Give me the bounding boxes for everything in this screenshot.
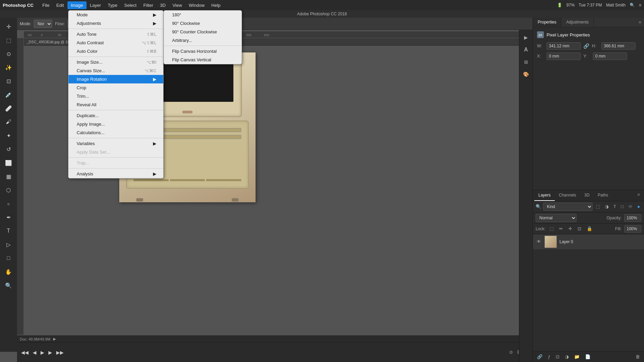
tab-layers[interactable]: Layers <box>534 190 555 201</box>
delete-layer-btn[interactable]: 🗑 <box>634 353 641 360</box>
menu-filter[interactable]: Filter <box>140 1 157 9</box>
menu-3d[interactable]: 3D <box>157 1 169 9</box>
tool-clone[interactable]: ✦ <box>2 129 15 142</box>
timeline-next-frame[interactable]: ▶▶ <box>56 350 64 355</box>
lock-paint-btn[interactable]: ✏ <box>558 225 564 232</box>
tool-crop[interactable]: ⊡ <box>2 75 15 87</box>
tool-healing[interactable]: 🩹 <box>2 102 15 114</box>
timeline-step-forward[interactable]: ▶ <box>48 350 52 355</box>
menu-view[interactable]: View <box>169 1 185 9</box>
tool-path-select[interactable]: ▷ <box>2 238 15 251</box>
tab-adjustments[interactable]: Adjustments <box>562 18 594 27</box>
tool-lasso[interactable]: ⊙ <box>2 48 15 60</box>
lock-transparent-btn[interactable]: ⬚ <box>548 225 555 232</box>
filter-smart-btn[interactable]: ♾ <box>627 203 634 210</box>
height-input[interactable] <box>601 42 635 50</box>
menu-item-image-size[interactable]: Image Size... ⌥⌘I <box>68 58 163 66</box>
opacity-input[interactable] <box>624 214 641 222</box>
menu-item-image-rotation[interactable]: Image Rotation ▶ <box>68 75 163 83</box>
x-input[interactable] <box>547 52 581 60</box>
tool-hand[interactable]: ✋ <box>2 266 15 278</box>
tool-eraser[interactable]: ⬜ <box>2 157 15 169</box>
menu-item-90cw[interactable]: 90° Clockwise <box>164 19 242 28</box>
menu-item-flip-v[interactable]: Flip Canvas Vertical <box>164 56 242 64</box>
mode-select[interactable]: Nor <box>34 20 52 28</box>
y-input[interactable] <box>593 52 627 60</box>
menu-item-variables[interactable]: Variables ▶ <box>68 139 163 148</box>
tool-history-brush[interactable]: ↺ <box>2 143 15 155</box>
search-icon[interactable]: 🔍 <box>630 3 635 7</box>
notification-icon[interactable]: ≡ <box>639 3 641 7</box>
menu-item-arbitrary[interactable]: Arbitrary... <box>164 36 242 45</box>
menu-item-auto-contrast[interactable]: Auto Contrast ⌥⇧⌘L <box>68 38 163 47</box>
panel-icon-table[interactable]: ⊞ <box>521 57 532 67</box>
tool-pen[interactable]: ✒ <box>2 211 15 223</box>
tool-brush[interactable]: 🖌 <box>2 116 15 128</box>
tool-eyedropper[interactable]: 💉 <box>2 89 15 101</box>
width-input[interactable] <box>547 42 581 50</box>
properties-menu-icon[interactable]: ≡ <box>636 18 644 27</box>
tool-dodge[interactable]: ⬦ <box>2 198 15 210</box>
lock-artboard-btn[interactable]: ⊡ <box>576 225 583 232</box>
menu-item-trim[interactable]: Trim... <box>68 92 163 100</box>
new-adjustment-btn[interactable]: ◑ <box>564 353 570 360</box>
timeline-step-back[interactable]: ◀ <box>33 350 36 355</box>
tab-3d[interactable]: 3D <box>580 190 594 201</box>
menu-edit[interactable]: Edit <box>53 1 67 9</box>
menu-window[interactable]: Window <box>185 1 208 9</box>
menu-item-flip-h[interactable]: Flip Canvas Horizontal <box>164 47 242 56</box>
menu-file[interactable]: File <box>39 1 53 9</box>
link-icon[interactable]: 🔗 <box>583 43 589 49</box>
blend-mode-select[interactable]: Normal <box>536 214 577 222</box>
add-effect-btn[interactable]: ƒ <box>547 353 552 360</box>
menu-item-adjustments[interactable]: Adjustments ▶ <box>68 19 163 28</box>
timeline-play[interactable]: ▶ <box>41 350 44 355</box>
tool-move[interactable]: ✛ <box>2 20 15 33</box>
filter-pixel-btn[interactable]: ⬚ <box>595 203 601 210</box>
menu-item-analysis[interactable]: Analysis ▶ <box>68 170 163 178</box>
add-mask-btn[interactable]: ⊡ <box>554 353 561 360</box>
fill-input[interactable] <box>624 225 641 233</box>
menu-item-calculations[interactable]: Calculations... <box>68 128 163 137</box>
menu-layer[interactable]: Layer <box>87 1 105 9</box>
filter-type-btn[interactable]: T <box>612 203 617 210</box>
tool-zoom[interactable]: 🔍 <box>2 279 15 292</box>
panel-icon-play[interactable]: ▶ <box>521 32 532 43</box>
menu-item-reveal-all[interactable]: Reveal All <box>68 100 163 109</box>
new-layer-btn[interactable]: 📄 <box>584 353 592 360</box>
filter-active-btn[interactable]: ● <box>636 203 641 210</box>
add-link-btn[interactable]: 🔗 <box>536 353 544 360</box>
menu-item-mode[interactable]: Mode ▶ <box>68 11 163 19</box>
layer-visibility-toggle[interactable]: 👁 <box>536 239 542 245</box>
panel-icon-text[interactable]: A <box>521 44 532 55</box>
menu-item-apply-image[interactable]: Apply Image... <box>68 120 163 128</box>
timeline-prev-frame[interactable]: ◀◀ <box>21 350 29 355</box>
menu-item-auto-tone[interactable]: Auto Tone ⇧⌘L <box>68 30 163 38</box>
tool-marquee[interactable]: ⬚ <box>2 34 15 46</box>
filter-shape-btn[interactable]: □ <box>619 203 625 210</box>
tool-gradient[interactable]: ▦ <box>2 170 15 183</box>
lock-all-btn[interactable]: 🔒 <box>585 225 594 232</box>
tab-channels[interactable]: Channels <box>555 190 580 201</box>
tool-text[interactable]: T <box>2 225 15 237</box>
tool-quick-select[interactable]: ✨ <box>2 61 15 74</box>
menu-item-crop[interactable]: Crop <box>68 83 163 92</box>
tool-blur[interactable]: ⬡ <box>2 184 15 196</box>
tab-properties[interactable]: Properties <box>533 18 562 27</box>
menu-type[interactable]: Type <box>104 1 121 9</box>
menu-item-90ccw[interactable]: 90° Counter Clockwise <box>164 28 242 36</box>
menu-item-canvas-size[interactable]: Canvas Size... ⌥⌘C <box>68 66 163 75</box>
menu-select[interactable]: Select <box>121 1 140 9</box>
menu-item-180[interactable]: 180° <box>164 11 242 19</box>
panel-icon-color[interactable]: 🎨 <box>521 69 532 80</box>
timeline-settings-icon[interactable]: ⚙ <box>509 350 513 355</box>
tool-shape[interactable]: □ <box>2 252 15 264</box>
filter-adjust-btn[interactable]: ◑ <box>603 203 610 210</box>
layers-menu-icon[interactable]: ≡ <box>634 190 643 201</box>
menu-help[interactable]: Help <box>208 1 224 9</box>
layer-0-row[interactable]: 👁 Layer 0 <box>533 234 644 250</box>
status-arrow[interactable]: ▶ <box>53 337 56 341</box>
lock-move-btn[interactable]: ✛ <box>567 225 573 232</box>
kind-select[interactable]: Kind <box>543 203 593 211</box>
new-group-btn[interactable]: 📁 <box>573 353 581 360</box>
